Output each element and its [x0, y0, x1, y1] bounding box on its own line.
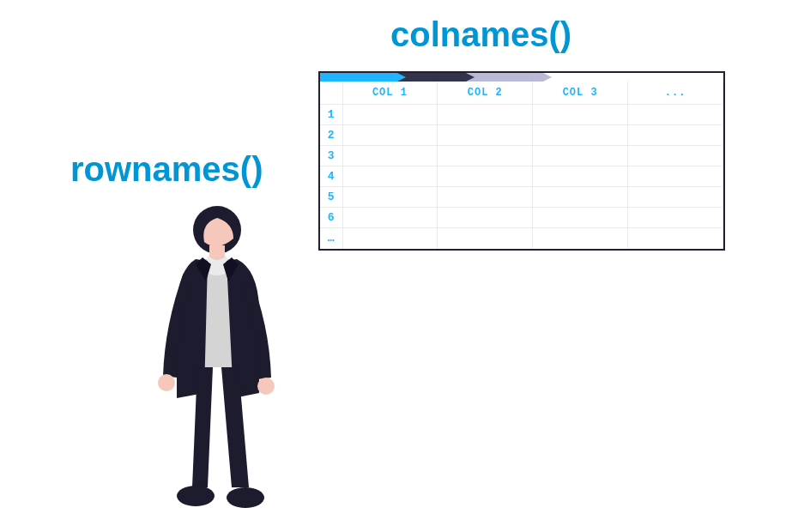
table-cell: [342, 187, 438, 208]
data-table-panel: COL 1 COL 2 COL 3 ... 1 2 3: [318, 71, 725, 251]
table-cell: [342, 166, 438, 187]
table-cell: [628, 208, 723, 228]
table-row: 1: [320, 105, 723, 125]
person-illustration: [129, 196, 300, 522]
table-row: 5: [320, 187, 723, 208]
row-number: …: [320, 228, 342, 249]
table-cell: [628, 146, 723, 166]
row-number: 2: [320, 125, 342, 146]
table-cell: [342, 146, 438, 166]
table-cell: [438, 228, 533, 249]
row-number: 3: [320, 146, 342, 166]
svg-point-3: [257, 378, 275, 395]
table-cell: [628, 105, 723, 125]
table-tab-strip: [320, 73, 723, 82]
table-cell: [438, 146, 533, 166]
col-header: COL 1: [342, 82, 438, 105]
table-cell: [438, 125, 533, 146]
svg-point-5: [227, 487, 264, 508]
col-header: COL 2: [438, 82, 533, 105]
svg-point-4: [177, 486, 215, 506]
data-table: COL 1 COL 2 COL 3 ... 1 2 3: [320, 82, 723, 249]
rownames-label: rownames(): [70, 150, 263, 189]
table-cell: [533, 125, 628, 146]
table-row: 4: [320, 166, 723, 187]
table-cell: [533, 105, 628, 125]
table-cell: [438, 166, 533, 187]
table-cell: [438, 208, 533, 228]
row-number: 5: [320, 187, 342, 208]
table-cell: [628, 166, 723, 187]
col-header: COL 3: [533, 82, 628, 105]
table-cell: [533, 146, 628, 166]
table-row: 6: [320, 208, 723, 228]
table-cell: [533, 187, 628, 208]
row-number: 4: [320, 166, 342, 187]
table-header-row: COL 1 COL 2 COL 3 ...: [320, 82, 723, 105]
table-cell: [533, 208, 628, 228]
table-cell: [628, 187, 723, 208]
row-number: 6: [320, 208, 342, 228]
table-row: 2: [320, 125, 723, 146]
table-row: 3: [320, 146, 723, 166]
table-cell: [628, 125, 723, 146]
table-cell: [533, 166, 628, 187]
table-cell: [342, 208, 438, 228]
table-cell: [342, 125, 438, 146]
rownum-header: [320, 82, 342, 105]
colnames-label: colnames(): [390, 15, 571, 54]
tab-segment-1: [320, 73, 397, 82]
table-cell: [533, 228, 628, 249]
table-row: …: [320, 228, 723, 249]
svg-point-2: [158, 374, 175, 391]
table-cell: [342, 228, 438, 249]
table-cell: [438, 187, 533, 208]
row-number: 1: [320, 105, 342, 125]
table-cell: [438, 105, 533, 125]
table-cell: [342, 105, 438, 125]
col-header: ...: [628, 82, 723, 105]
table-cell: [628, 228, 723, 249]
